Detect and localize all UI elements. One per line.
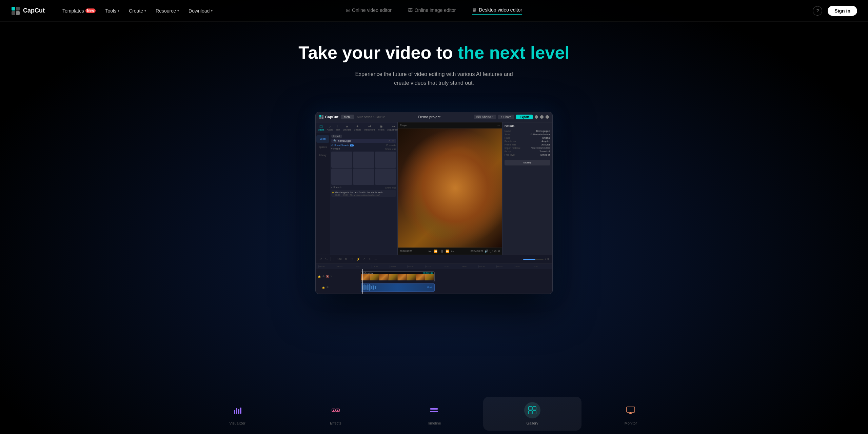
svg-point-16	[337, 410, 338, 411]
thumb-5[interactable]: Hamburger2.mp4	[353, 169, 374, 185]
clip-header: kitchen.mov 00:05:26:22	[361, 272, 434, 274]
tab-effects[interactable]: ✦ Effects	[353, 124, 362, 132]
thumb-6[interactable]: Beauty of street...	[375, 169, 396, 185]
import-button[interactable]: Import	[331, 135, 342, 138]
play-pause-button[interactable]: ⏸	[439, 249, 443, 254]
svg-rect-3	[16, 11, 20, 15]
speech-sub: 00:06 → 00:07 · The woman eating dumplin…	[335, 194, 384, 196]
ruler-mark: 03:00	[425, 265, 443, 268]
tab-desktop-video[interactable]: 🖥 Desktop video editor	[472, 7, 522, 15]
signin-button[interactable]: Sign in	[828, 6, 857, 16]
wave-bar	[374, 284, 374, 290]
tab-filters[interactable]: ◉ Filters	[377, 124, 386, 132]
audio-lock-icon[interactable]: 🔒	[322, 286, 325, 289]
tab-online-image[interactable]: 🖼 Online image editor	[408, 7, 456, 14]
show-less-speech[interactable]: Show less	[385, 186, 396, 189]
menu-button[interactable]: Menu	[341, 115, 354, 119]
thumb-3[interactable]: Best_chef.mov	[375, 152, 396, 168]
nav-download[interactable]: Download ▾	[184, 6, 217, 16]
show-less-image[interactable]: Show less	[385, 148, 396, 150]
thumb-1[interactable]: Cheerful_2022.mp4	[331, 152, 352, 168]
track-edit-icon[interactable]: ✎	[330, 275, 333, 278]
brand-logo[interactable]: CapCut	[11, 6, 45, 16]
zoom-track[interactable]	[523, 259, 544, 260]
track-lock-icon[interactable]: 🔒	[318, 275, 321, 278]
svg-rect-21	[533, 407, 536, 410]
split-icon[interactable]: |	[333, 257, 335, 261]
svg-rect-10	[238, 409, 239, 414]
grid-view-icon[interactable]: ⊞	[392, 139, 394, 142]
bottom-timeline[interactable]: Timeline	[385, 397, 483, 431]
next-frame-icon[interactable]: ⏩	[446, 250, 449, 253]
thumb-4[interactable]: kitchen.mov	[331, 169, 352, 185]
track-eye-icon[interactable]: 👁	[322, 275, 325, 278]
export-button[interactable]: Export	[516, 115, 533, 119]
search-clear-icon[interactable]: ✕	[388, 139, 391, 142]
nav-templates[interactable]: Templates New	[58, 6, 100, 16]
speed-icon[interactable]: ⚡	[355, 257, 361, 261]
settings-icon[interactable]: ⚙	[494, 250, 497, 253]
svg-rect-7	[322, 117, 324, 119]
tab-text[interactable]: T Text	[334, 124, 341, 132]
close-button[interactable]	[546, 115, 549, 119]
shortcut-button[interactable]: ⌨ Shortcut	[474, 115, 496, 119]
share-button[interactable]: ↑ Share	[498, 115, 514, 119]
tab-online-video[interactable]: ⊞ Online video editor	[346, 7, 392, 14]
playback-controls: ⏮ ⏪ ⏸ ⏩ ⏭	[429, 249, 454, 254]
crop-icon[interactable]: ⊡	[350, 257, 354, 261]
zoom-in-icon[interactable]: +	[545, 258, 546, 261]
results-header: ⊙ Smart Search AI 15 results	[331, 144, 396, 147]
help-button[interactable]: ?	[813, 6, 822, 16]
modify-button[interactable]: Modify	[505, 160, 550, 165]
nav-tools[interactable]: Tools ▾	[101, 6, 123, 16]
player-controls: 00:00:00:58 ⏮ ⏪ ⏸ ⏩ ⏭ 00:04:36:22 🔊 ⛶ ⚙ …	[398, 248, 502, 255]
clip-frame	[425, 274, 434, 280]
undo-icon[interactable]: ↩	[318, 257, 323, 261]
delete-icon[interactable]: ⌫	[336, 257, 343, 261]
player-more-icon[interactable]: ···	[497, 123, 500, 127]
speech-item-1[interactable]: ◈ Hamburger is the best food in the whol…	[331, 190, 396, 197]
maximize-button[interactable]	[540, 115, 544, 119]
wave-bar	[367, 284, 368, 290]
forward-icon[interactable]: ⏭	[451, 250, 454, 253]
bottom-monitor[interactable]: Monitor	[581, 397, 680, 431]
freeze-icon[interactable]: ❄	[344, 257, 349, 261]
more-tools-icon[interactable]: ···	[373, 257, 378, 261]
fit-icon[interactable]: ⊞	[547, 258, 550, 261]
audio-sep-icon[interactable]: ♫	[362, 257, 367, 261]
tab-transitions[interactable]: ⇄ Transitions	[362, 124, 377, 132]
speech-section: ▾ Speech Show less ◈ Hamburger is the be…	[331, 186, 396, 197]
bottom-gallery[interactable]: Gallery	[483, 397, 581, 431]
svg-rect-24	[627, 407, 635, 412]
hero-section: Take your video to the next level Experi…	[0, 22, 868, 112]
bottom-effects[interactable]: Effects	[287, 397, 385, 431]
audio-eye-icon[interactable]: 👁	[326, 286, 329, 289]
nav-resource[interactable]: Resource ▾	[152, 6, 183, 16]
sidebar-local[interactable]: Local	[316, 135, 329, 143]
nav-create[interactable]: Create ▾	[125, 6, 150, 16]
video-clip[interactable]: kitchen.mov 00:05:26:22	[361, 271, 435, 282]
svg-rect-20	[529, 407, 532, 410]
minimize-button[interactable]	[535, 115, 538, 119]
bottom-visualizer[interactable]: Visualizer	[188, 397, 287, 431]
tab-audio[interactable]: ♪ Audio	[326, 124, 334, 132]
redo-icon[interactable]: ↪	[324, 257, 329, 261]
rewind-icon[interactable]: ⏮	[429, 250, 432, 253]
sidebar-library[interactable]: Library	[316, 152, 329, 159]
volume-icon[interactable]: 🔊	[485, 250, 488, 253]
search-input[interactable]: hamburger	[338, 139, 387, 142]
pip-icon[interactable]: ⧉	[498, 249, 500, 253]
fullscreen-icon[interactable]: ⛶	[490, 250, 493, 253]
sidebar-spaces[interactable]: Spaces	[316, 143, 329, 151]
zoom-out-icon[interactable]: −	[521, 258, 522, 261]
tab-stickers[interactable]: ★ Stickers	[341, 124, 353, 132]
editor-body: ◫ Media ♪ Audio T Text ★ Stickers ✦ Ef	[316, 122, 552, 255]
thumb-2[interactable]: Hamburger.mp4	[353, 152, 374, 168]
video-track-row: 🔒 👁 🔇 ✎ kitchen.mov 00:05:26:22	[316, 271, 552, 283]
tab-media[interactable]: ◫ Media	[316, 124, 326, 132]
ai-cut-icon[interactable]: ✦	[368, 257, 372, 261]
track-mute-icon[interactable]: 🔇	[326, 275, 329, 278]
audio-clip-label: Music	[427, 286, 433, 289]
audio-clip[interactable]: Music	[361, 283, 435, 292]
prev-frame-icon[interactable]: ⏪	[434, 250, 437, 253]
